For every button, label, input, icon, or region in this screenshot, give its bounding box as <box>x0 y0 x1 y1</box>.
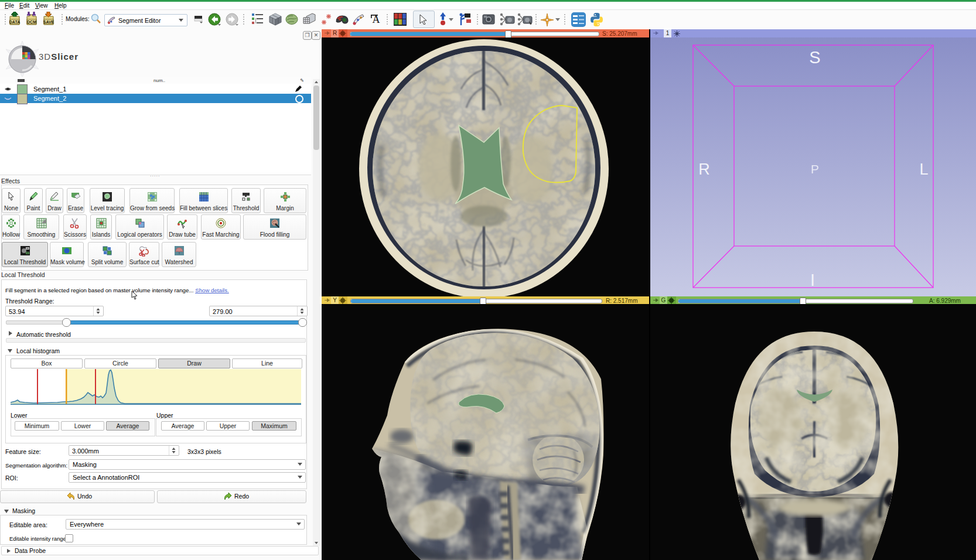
svg-text:L: L <box>919 161 928 178</box>
svg-text:I: I <box>810 271 815 289</box>
svg-text:DATA: DATA <box>9 20 20 24</box>
svg-text:P: P <box>811 162 819 176</box>
svg-text:SAVE: SAVE <box>43 20 54 24</box>
svg-text:DCM: DCM <box>27 20 36 24</box>
svg-text:R: R <box>698 161 710 178</box>
svg-text:S: S <box>809 48 820 67</box>
